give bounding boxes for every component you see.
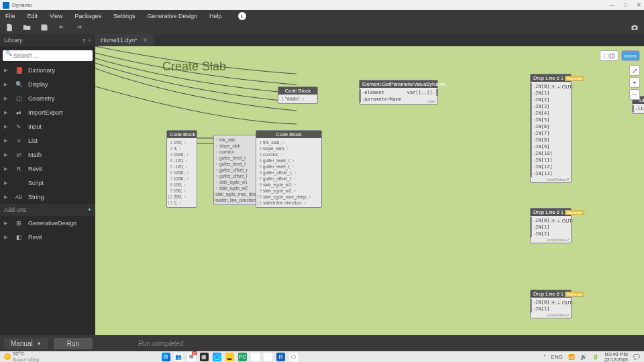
rename-badge[interactable]: Rename (565, 76, 584, 81)
node-code-block-nums[interactable]: Code Block 1150;›23;›31000;›4-120;›5-120… (166, 130, 197, 208)
system-tray[interactable]: ˄ ENG 📶 🔊 🔋 03:40 PM 22/12/2565 💬 (543, 351, 640, 362)
addon-item-generativedesign[interactable]: ▶ ⊞ GenerativeDesign (0, 216, 95, 230)
rename-badge[interactable]: Rename (565, 210, 584, 215)
sidebar-item-label: Geometry (28, 95, 55, 102)
undo-icon[interactable] (58, 22, 66, 34)
explorer-icon[interactable]: ▂ (225, 353, 234, 361)
addons-header: Add-ons + (0, 204, 95, 216)
zoom-in-button[interactable]: + (629, 77, 640, 88)
node-get-param[interactable]: Element.GetParameterValueByName ›element… (359, 80, 438, 105)
menu-packages[interactable]: Packages (74, 13, 101, 19)
save-icon[interactable] (40, 22, 48, 34)
info-icon[interactable]: i (238, 12, 246, 20)
tab-title: Home11.dyn* (101, 37, 138, 44)
tab-home11[interactable]: Home11.dyn* ✕ (95, 34, 154, 46)
sidebar-item-label: String (28, 194, 44, 200)
sidebar-item-string[interactable]: ▶ Ab String (0, 190, 95, 204)
volume-icon[interactable]: 🔊 (580, 354, 587, 360)
wifi-icon[interactable]: 📶 (568, 354, 575, 360)
addon-item-revit[interactable]: ▶ ◧ Revit (0, 230, 95, 244)
redo-icon[interactable] (75, 22, 83, 34)
windows-taskbar[interactable]: 32°C มีแดดส่วนใหญ่ ⊞ 👥 ✉26 ▦ ◯ ▂ PC ✦ ✂ … (0, 351, 644, 362)
menu-view[interactable]: View (50, 13, 62, 19)
snip-icon[interactable]: ✂ (264, 353, 272, 361)
new-icon[interactable] (5, 22, 13, 34)
node-code-block-out[interactable]: Code Block 1thk_slab;›2slope_slab;›3corr… (256, 130, 322, 208)
open-icon[interactable] (23, 22, 31, 34)
sidebar-item-script[interactable]: ▶ Script (0, 176, 95, 190)
minimize-button[interactable]: ― (609, 2, 614, 8)
node-code-block-width[interactable]: Code Block 1"Width";› (278, 86, 318, 104)
tab-close-icon[interactable]: ✕ (143, 37, 148, 44)
close-button[interactable]: ✕ (637, 2, 641, 8)
start-icon[interactable]: ⊞ (162, 353, 170, 361)
edge-icon[interactable]: ◯ (213, 353, 221, 361)
sidebar-item-list[interactable]: ▶ ≡ List (0, 133, 95, 147)
sidebar-item-label: Input (28, 123, 42, 130)
lib-paragraph-icon[interactable]: ¶ (83, 38, 85, 44)
menu-help[interactable]: Help (209, 13, 222, 19)
sidebar-item-label: List (28, 137, 38, 144)
battery-icon[interactable]: 🔋 (592, 354, 599, 360)
sidebar-item-dictionary[interactable]: ▶ 📕 Dictionary (0, 63, 95, 77)
run-button[interactable]: Run (54, 338, 93, 349)
sidebar-item-label: Math (28, 152, 42, 158)
revit-icon: R (15, 166, 23, 172)
sidebar-item-revit[interactable]: ▶ R Revit (0, 162, 95, 176)
sidebar-item-math[interactable]: ▶ x² Math (0, 147, 95, 162)
maximize-button[interactable]: □ (624, 2, 627, 8)
taskbar-weather[interactable]: 32°C มีแดดส่วนใหญ่ (4, 351, 39, 363)
sidebar-item-label: Revit (28, 166, 42, 172)
taskbar-apps: ⊞ 👥 ✉26 ▦ ◯ ▂ PC ✦ ✂ R ⬡ (162, 353, 298, 361)
pycharm-icon[interactable]: PC (238, 353, 247, 361)
list-icon: ≡ (15, 137, 23, 144)
sidebar-item-label: GenerativeDesign (28, 220, 76, 227)
menu-generative-design[interactable]: Generative Design (147, 13, 197, 19)
menubar: File Edit View Packages Settings Generat… (0, 10, 644, 22)
tray-chevron-icon[interactable]: ˄ (543, 354, 546, 360)
tray-time: 03:40 PM (604, 351, 628, 357)
revit-icon[interactable]: R (276, 353, 285, 361)
graph-canvas[interactable]: Create Slab (95, 46, 644, 335)
run-status: Run completed. (138, 340, 185, 347)
sidebar-item-display[interactable]: ▶ 🔍 Display (0, 77, 95, 91)
app-title: Dynamo (12, 2, 32, 8)
sidebar-item-geometry[interactable]: ▶ ◫ Geometry (0, 91, 95, 105)
node-drop-line-b[interactable]: Drop Line 0 1Rename ›IN[0]+-OUT››IN[1]›I… (530, 208, 572, 243)
sidebar-item-label: Display (28, 81, 48, 88)
menu-settings[interactable]: Settings (113, 13, 136, 19)
addon-plus-icon[interactable]: + (88, 206, 91, 213)
generativedesign-icon: ⊞ (15, 220, 23, 227)
teams-icon[interactable]: 👥 (174, 353, 183, 361)
math-icon: x² (15, 152, 23, 158)
sidebar-item-importexport[interactable]: ▶ ⇄ ImportExport (0, 105, 95, 119)
lib-list-icon[interactable]: ≡ (88, 38, 91, 44)
rename-badge[interactable]: Rename (565, 292, 584, 297)
app-icon-2[interactable]: ✦ (251, 353, 260, 361)
mail-icon[interactable]: ✉26 (187, 353, 196, 361)
node-drop-line-a[interactable]: Drop Line 0 1Rename ›IN[0]+-OUT››IN[1]›I… (530, 74, 572, 183)
fit-view-button[interactable]: ⤢ (629, 65, 640, 76)
menu-edit[interactable]: Edit (28, 13, 38, 19)
search-input[interactable] (3, 50, 93, 61)
node-drop-line-c[interactable]: Drop Line 0 1Rename ›IN[0]+-OUT››IN[1]Ir… (530, 290, 572, 318)
node-var-inputs[interactable]: ›thk_slab›slope_slab›corridor›gutter_lev… (213, 135, 256, 205)
notifications-icon[interactable]: 💬 (633, 354, 640, 360)
sidebar-item-label: ImportExport (28, 109, 63, 116)
menu-file[interactable]: File (5, 13, 15, 19)
view-toggle-3d[interactable]: ⬚◫ (600, 50, 619, 61)
revit-icon: ◧ (15, 234, 23, 241)
string-icon: Ab (15, 194, 23, 200)
app-icon-1[interactable]: ▦ (200, 353, 209, 361)
dynamo-icon[interactable]: ⬡ (289, 353, 298, 361)
camera-icon[interactable] (631, 22, 639, 34)
sidebar-item-label: Revit (28, 234, 42, 241)
run-bar: Manual▼ Run Run completed. (0, 335, 644, 351)
library-header: Library ¶≡ (0, 34, 95, 46)
run-mode-dropdown[interactable]: Manual▼ (4, 338, 48, 349)
view-toggle-graph[interactable]: ▭▭ (621, 50, 640, 61)
sidebar-item-input[interactable]: ▶ ✎ Input (0, 119, 95, 133)
node-header: Element.GetParameterValueByName (360, 80, 437, 88)
tray-lang[interactable]: ENG (551, 354, 563, 360)
zoom-out-button[interactable]: − (629, 89, 640, 100)
